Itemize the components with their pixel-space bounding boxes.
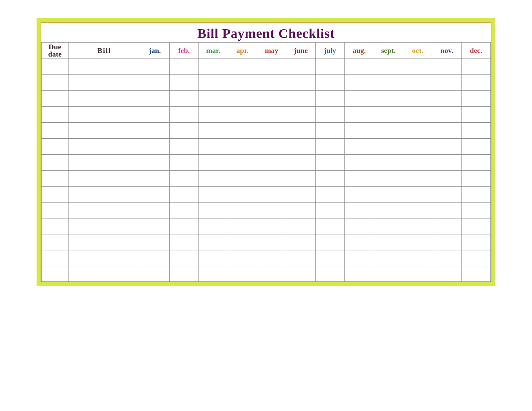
cell-month[interactable] bbox=[462, 171, 491, 187]
cell-bill[interactable] bbox=[68, 91, 140, 107]
cell-month[interactable] bbox=[374, 123, 403, 139]
cell-month[interactable] bbox=[286, 107, 316, 123]
cell-month[interactable] bbox=[432, 218, 462, 234]
cell-month[interactable] bbox=[286, 203, 316, 218]
cell-month[interactable] bbox=[228, 107, 257, 123]
cell-bill[interactable] bbox=[68, 203, 140, 218]
cell-month[interactable] bbox=[403, 107, 432, 123]
cell-month[interactable] bbox=[344, 203, 374, 218]
cell-month[interactable] bbox=[170, 187, 199, 203]
cell-month[interactable] bbox=[170, 59, 199, 75]
cell-month[interactable] bbox=[228, 250, 257, 266]
cell-month[interactable] bbox=[432, 123, 462, 139]
cell-month[interactable] bbox=[140, 123, 170, 139]
cell-month[interactable] bbox=[140, 203, 170, 218]
cell-month[interactable] bbox=[344, 187, 374, 203]
cell-month[interactable] bbox=[257, 250, 286, 266]
cell-month[interactable] bbox=[286, 250, 316, 266]
cell-month[interactable] bbox=[316, 187, 345, 203]
cell-month[interactable] bbox=[462, 155, 491, 171]
cell-month[interactable] bbox=[228, 59, 257, 75]
cell-month[interactable] bbox=[432, 187, 462, 203]
cell-month[interactable] bbox=[432, 234, 462, 250]
cell-month[interactable] bbox=[374, 75, 403, 91]
cell-month[interactable] bbox=[199, 75, 228, 91]
cell-month[interactable] bbox=[257, 59, 286, 75]
cell-due-date[interactable] bbox=[42, 139, 68, 155]
cell-month[interactable] bbox=[316, 139, 345, 155]
cell-month[interactable] bbox=[199, 171, 228, 187]
cell-month[interactable] bbox=[462, 234, 491, 250]
cell-bill[interactable] bbox=[68, 250, 140, 266]
cell-month[interactable] bbox=[432, 59, 462, 75]
cell-month[interactable] bbox=[403, 171, 432, 187]
cell-month[interactable] bbox=[374, 139, 403, 155]
cell-month[interactable] bbox=[257, 171, 286, 187]
cell-month[interactable] bbox=[170, 123, 199, 139]
cell-month[interactable] bbox=[374, 107, 403, 123]
cell-month[interactable] bbox=[140, 171, 170, 187]
cell-month[interactable] bbox=[140, 75, 170, 91]
cell-month[interactable] bbox=[462, 250, 491, 266]
cell-month[interactable] bbox=[316, 91, 345, 107]
cell-month[interactable] bbox=[140, 139, 170, 155]
cell-month[interactable] bbox=[316, 203, 345, 218]
cell-month[interactable] bbox=[257, 187, 286, 203]
cell-month[interactable] bbox=[228, 187, 257, 203]
cell-month[interactable] bbox=[199, 234, 228, 250]
cell-month[interactable] bbox=[374, 91, 403, 107]
cell-month[interactable] bbox=[403, 139, 432, 155]
cell-month[interactable] bbox=[286, 59, 316, 75]
cell-month[interactable] bbox=[170, 250, 199, 266]
cell-month[interactable] bbox=[228, 91, 257, 107]
cell-due-date[interactable] bbox=[42, 250, 68, 266]
cell-due-date[interactable] bbox=[42, 155, 68, 171]
cell-month[interactable] bbox=[257, 203, 286, 218]
cell-bill[interactable] bbox=[68, 171, 140, 187]
cell-month[interactable] bbox=[344, 75, 374, 91]
cell-bill[interactable] bbox=[68, 75, 140, 91]
cell-month[interactable] bbox=[344, 155, 374, 171]
cell-bill[interactable] bbox=[68, 139, 140, 155]
cell-month[interactable] bbox=[286, 91, 316, 107]
cell-month[interactable] bbox=[462, 59, 491, 75]
cell-bill[interactable] bbox=[68, 123, 140, 139]
cell-month[interactable] bbox=[199, 139, 228, 155]
cell-due-date[interactable] bbox=[42, 75, 68, 91]
cell-month[interactable] bbox=[199, 266, 228, 282]
cell-month[interactable] bbox=[462, 91, 491, 107]
cell-month[interactable] bbox=[170, 91, 199, 107]
cell-month[interactable] bbox=[199, 250, 228, 266]
cell-month[interactable] bbox=[257, 107, 286, 123]
cell-month[interactable] bbox=[432, 155, 462, 171]
cell-month[interactable] bbox=[199, 107, 228, 123]
cell-month[interactable] bbox=[286, 171, 316, 187]
cell-month[interactable] bbox=[432, 107, 462, 123]
cell-month[interactable] bbox=[140, 59, 170, 75]
cell-due-date[interactable] bbox=[42, 107, 68, 123]
cell-month[interactable] bbox=[286, 155, 316, 171]
cell-month[interactable] bbox=[257, 266, 286, 282]
cell-month[interactable] bbox=[140, 187, 170, 203]
cell-month[interactable] bbox=[257, 155, 286, 171]
cell-month[interactable] bbox=[228, 203, 257, 218]
cell-month[interactable] bbox=[316, 234, 345, 250]
cell-month[interactable] bbox=[316, 171, 345, 187]
cell-month[interactable] bbox=[257, 91, 286, 107]
cell-month[interactable] bbox=[170, 171, 199, 187]
cell-month[interactable] bbox=[199, 155, 228, 171]
cell-month[interactable] bbox=[432, 75, 462, 91]
cell-month[interactable] bbox=[316, 107, 345, 123]
cell-bill[interactable] bbox=[68, 234, 140, 250]
cell-month[interactable] bbox=[344, 123, 374, 139]
cell-month[interactable] bbox=[403, 75, 432, 91]
cell-month[interactable] bbox=[228, 171, 257, 187]
cell-bill[interactable] bbox=[68, 155, 140, 171]
cell-month[interactable] bbox=[228, 266, 257, 282]
cell-month[interactable] bbox=[344, 218, 374, 234]
cell-due-date[interactable] bbox=[42, 234, 68, 250]
cell-month[interactable] bbox=[257, 218, 286, 234]
cell-month[interactable] bbox=[462, 123, 491, 139]
cell-month[interactable] bbox=[199, 123, 228, 139]
cell-month[interactable] bbox=[344, 266, 374, 282]
